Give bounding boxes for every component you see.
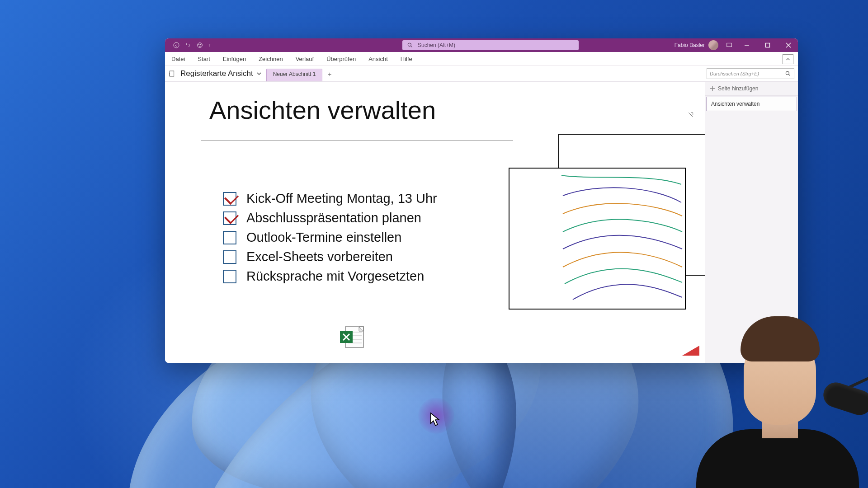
ribbon-tab-start[interactable]: Start — [191, 52, 216, 66]
checkbox[interactable] — [223, 270, 236, 283]
page-search[interactable]: Durchsuchen (Strg+E) — [707, 68, 794, 79]
svg-rect-5 — [727, 43, 732, 47]
svg-point-4 — [408, 43, 411, 46]
checkbox[interactable] — [223, 192, 236, 206]
checkbox[interactable] — [223, 211, 236, 225]
ribbon: Datei Start Einfügen Zeichnen Verlauf Üb… — [165, 52, 798, 66]
search-icon — [785, 70, 791, 77]
maximize-button[interactable] — [758, 38, 777, 52]
check-item-0: Kick-Off Meeting Montag, 13 Uhr — [223, 191, 437, 206]
touch-mouse-icon[interactable] — [196, 41, 204, 49]
page-list-item[interactable]: Ansichten verwalten — [706, 97, 797, 111]
cursor-icon — [429, 412, 441, 428]
titlebar: Ansichten verwalten - OneNote Suchen (Al… — [165, 38, 798, 52]
title-rule — [201, 141, 513, 141]
nav-back-icon[interactable] — [172, 41, 180, 49]
check-item-3: Excel-Sheets vorbereiten — [223, 249, 437, 264]
user-name[interactable]: Fabio Basler — [675, 42, 707, 48]
ink-frame-inner[interactable] — [509, 168, 686, 310]
minimize-button[interactable] — [737, 38, 756, 52]
checkbox[interactable] — [223, 250, 236, 264]
check-text[interactable]: Excel-Sheets vorbereiten — [246, 249, 393, 264]
svg-rect-6 — [766, 43, 770, 47]
presenter-webcam — [678, 316, 868, 488]
undo-icon[interactable] — [184, 41, 192, 49]
check-item-1: Abschlusspräsentation planen — [223, 211, 437, 225]
title-search[interactable]: Suchen (Alt+M) — [402, 40, 579, 50]
notebook-dropdown[interactable]: Registerkarte Ansicht — [179, 66, 266, 81]
dock-page-icon[interactable] — [688, 112, 694, 120]
ribbon-tab-hilfe[interactable]: Hilfe — [394, 52, 419, 66]
checkbox[interactable] — [223, 231, 236, 244]
page-canvas[interactable]: Ansichten verwalten Kick-Off Meeting Mon… — [165, 82, 705, 363]
svg-point-2 — [198, 44, 199, 45]
ribbon-display-icon[interactable] — [723, 38, 736, 52]
add-page-button[interactable]: Seite hinzufügen — [705, 82, 798, 96]
onenote-window: Ansichten verwalten - OneNote Suchen (Al… — [165, 38, 798, 363]
add-page-label: Seite hinzufügen — [718, 85, 758, 92]
svg-rect-7 — [170, 71, 174, 76]
check-text[interactable]: Outlook-Termine einstellen — [246, 230, 401, 245]
ribbon-tab-ueberpruefen[interactable]: Überprüfen — [320, 52, 362, 66]
qat-customize-icon[interactable] — [208, 41, 212, 49]
notebook-list-icon[interactable] — [165, 66, 179, 81]
svg-point-8 — [786, 71, 789, 75]
ribbon-tab-ansicht[interactable]: Ansicht — [362, 52, 394, 66]
section-tab[interactable]: Neuer Abschnitt 1 — [266, 69, 323, 81]
check-text[interactable]: Rücksprache mit Vorgesetzten — [246, 269, 424, 284]
page-search-placeholder: Durchsuchen (Strg+E) — [710, 71, 759, 76]
checklist: Kick-Off Meeting Montag, 13 Uhr Abschlus… — [223, 191, 437, 288]
chevron-down-icon — [257, 71, 261, 76]
svg-point-1 — [198, 43, 203, 48]
check-item-2: Outlook-Termine einstellen — [223, 230, 437, 245]
title-search-placeholder: Suchen (Alt+M) — [418, 42, 455, 48]
svg-point-3 — [200, 44, 201, 45]
check-text[interactable]: Abschlusspräsentation planen — [246, 211, 421, 225]
ribbon-tab-datei[interactable]: Datei — [165, 52, 191, 66]
close-button[interactable] — [779, 38, 798, 52]
plus-icon — [710, 86, 715, 91]
ribbon-tab-einfuegen[interactable]: Einfügen — [217, 52, 252, 66]
search-icon — [407, 42, 413, 48]
ribbon-tab-verlauf[interactable]: Verlauf — [289, 52, 320, 66]
avatar[interactable] — [708, 40, 718, 50]
check-item-4: Rücksprache mit Vorgesetzten — [223, 269, 437, 284]
excel-embed-icon[interactable] — [339, 326, 365, 350]
ink-strokes — [509, 169, 685, 309]
ribbon-tab-zeichnen[interactable]: Zeichnen — [252, 52, 289, 66]
add-section-button[interactable]: + — [325, 70, 334, 78]
notebook-nav: Registerkarte Ansicht Neuer Abschnitt 1 … — [165, 66, 798, 82]
notebook-name: Registerkarte Ansicht — [180, 69, 253, 78]
collapse-ribbon-icon[interactable] — [783, 54, 793, 64]
check-text[interactable]: Kick-Off Meeting Montag, 13 Uhr — [246, 191, 437, 206]
page-title[interactable]: Ansichten verwalten — [209, 95, 436, 125]
svg-point-0 — [174, 42, 179, 48]
